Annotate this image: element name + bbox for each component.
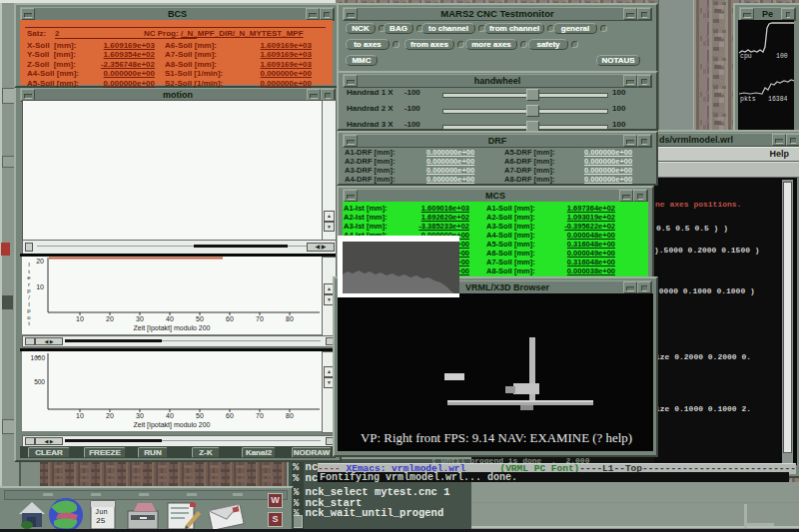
svg-text:80: 80 — [286, 315, 294, 322]
svg-text:30: 30 — [136, 315, 144, 322]
svg-text:10: 10 — [76, 412, 84, 419]
svg-text:70: 70 — [256, 412, 264, 419]
svg-text:VP: Right front FPS: 9.14: VP: Right front FPS: 9.14 NAV: EXAMINE (… — [361, 430, 632, 445]
svg-text:30: 30 — [136, 412, 144, 419]
svg-text:Zeit [Ipotakt] modulo 200: Zeit [Ipotakt] modulo 200 — [133, 421, 210, 429]
svg-text:70: 70 — [256, 315, 264, 322]
svg-text:10: 10 — [76, 315, 84, 322]
svg-text:pkts: pkts — [740, 96, 756, 103]
svg-text:20: 20 — [106, 315, 114, 322]
svg-text:Jun: Jun — [95, 508, 108, 516]
svg-text:40: 40 — [166, 315, 174, 322]
svg-text:20: 20 — [36, 258, 44, 265]
svg-text:20: 20 — [106, 412, 114, 419]
svg-text:Zeit [Ipotakt] modulo 200: Zeit [Ipotakt] modulo 200 — [133, 324, 210, 332]
svg-text:100: 100 — [776, 53, 788, 60]
svg-text:25: 25 — [96, 516, 106, 525]
svg-text:500: 500 — [34, 378, 45, 385]
svg-text:80: 80 — [286, 412, 294, 419]
svg-text:10: 10 — [36, 283, 44, 290]
svg-text:50: 50 — [196, 315, 204, 322]
svg-text:60: 60 — [226, 412, 234, 419]
svg-text:50: 50 — [196, 412, 204, 419]
svg-text:16384: 16384 — [768, 96, 788, 103]
svg-text:60: 60 — [226, 315, 234, 322]
svg-text:40: 40 — [166, 412, 174, 419]
svg-text:cpu: cpu — [740, 53, 752, 60]
